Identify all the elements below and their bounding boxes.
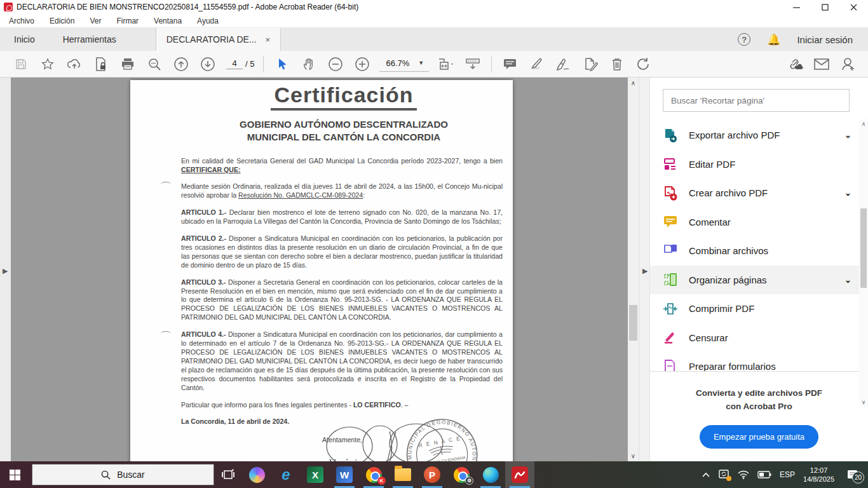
tool-prepare-forms[interactable]: Preparar formularios [650, 352, 868, 371]
fit-width-icon [438, 57, 454, 71]
sidebar-scrollbar[interactable]: ∧ ∨ [859, 119, 868, 407]
taskbar-app-file-explorer[interactable] [388, 461, 417, 488]
comment-button[interactable] [499, 54, 521, 74]
previous-page-button[interactable] [170, 54, 192, 74]
menu-firmar[interactable]: Firmar [116, 17, 139, 25]
file-lock-icon [95, 57, 107, 71]
zoom-out-button[interactable] [325, 54, 346, 74]
share-link-button[interactable] [784, 54, 806, 74]
maximize-button[interactable] [811, 0, 839, 14]
taskbar-app-chrome-profile[interactable]: ⚙ [447, 461, 476, 488]
taskbar-app-internet-explorer[interactable]: e [271, 461, 301, 488]
powerpoint-icon: P [424, 466, 440, 483]
taskbar-app-powerpoint[interactable]: P [417, 461, 447, 488]
zoom-level-dropdown[interactable]: 66.7% ▼ [379, 57, 429, 72]
taskbar-app-acrobat[interactable] [505, 461, 534, 488]
menu-ventana[interactable]: Ventana [154, 17, 182, 25]
menu-ver[interactable]: Ver [90, 17, 101, 25]
task-view-button[interactable] [214, 461, 242, 488]
battery-icon[interactable] [757, 471, 771, 478]
menu-edicion[interactable]: Edición [50, 17, 74, 25]
page-down-icon [200, 57, 215, 72]
save-button[interactable] [10, 54, 32, 74]
share-people-button[interactable] [837, 54, 859, 74]
tool-edit-pdf[interactable]: Editar PDF [650, 150, 868, 179]
taskbar-search[interactable]: Buscar [32, 464, 214, 485]
tool-comment[interactable]: Comentar [650, 208, 868, 237]
start-trial-button[interactable]: Empezar prueba gratuita [700, 425, 818, 449]
menu-ayuda[interactable]: Ayuda [197, 17, 219, 25]
menu-archivo[interactable]: Archivo [9, 17, 34, 25]
tool-compress-pdf[interactable]: Comprimir PDF [650, 294, 868, 323]
scrollbar-thumb[interactable] [629, 305, 637, 341]
close-tab-icon[interactable]: × [266, 35, 271, 44]
tools-sidebar: Exportar archivo PDF ⌄ Editar PDF Crear … [649, 78, 868, 461]
tab-inicio[interactable]: Inicio [0, 28, 49, 51]
acrobat-file-icon [4, 3, 13, 11]
tray-clock[interactable]: 12:07 14/8/2025 [803, 466, 834, 484]
taskbar-app-copilot[interactable] [242, 461, 271, 488]
tab-document[interactable]: DECLARATORIA DE... × [156, 28, 281, 51]
taskbar-app-excel[interactable]: X [301, 461, 330, 488]
page-fit-dropdown[interactable] [435, 54, 457, 74]
tools-search-input[interactable] [663, 89, 850, 112]
next-page-button[interactable] [197, 54, 219, 74]
action-center-button[interactable]: 20 [843, 465, 862, 484]
star-button[interactable] [37, 54, 58, 74]
select-tool-button[interactable] [271, 54, 293, 74]
language-indicator[interactable]: ESP [780, 470, 795, 479]
minimize-button[interactable] [782, 0, 811, 14]
sync-device-icon[interactable] [718, 470, 729, 480]
protect-file-button[interactable] [90, 54, 112, 74]
chevron-down-icon[interactable]: ⌄ [844, 130, 851, 140]
notifications-bell-icon[interactable]: 🔔 [767, 33, 780, 46]
tool-export-pdf[interactable]: Exportar archivo PDF ⌄ [650, 121, 868, 150]
full-width-button[interactable] [462, 54, 484, 74]
document-header: Certificación GOBIERNO AUTÓNOMO DESCENTR… [130, 80, 513, 144]
tool-create-pdf[interactable]: Crear archivo PDF ⌄ [650, 179, 868, 208]
taskbar-app-edge[interactable] [476, 461, 505, 488]
help-icon[interactable]: ? [738, 33, 750, 46]
wifi-icon[interactable] [738, 470, 749, 479]
document-scrollbar[interactable]: ∧ ∨ [628, 78, 639, 461]
link-cloud-icon [787, 57, 803, 71]
hand-tool-button[interactable] [298, 54, 320, 74]
tool-redact[interactable]: Censurar [650, 323, 868, 353]
right-panel-handle[interactable]: ▶ [639, 78, 649, 461]
start-button[interactable] [0, 461, 29, 488]
collapse-right-panel-icon[interactable]: ▶ [642, 267, 648, 275]
close-button[interactable] [839, 0, 868, 14]
tool-organize-pages[interactable]: Organizar páginas ⌄ [650, 266, 868, 295]
email-button[interactable] [811, 54, 832, 74]
scrollbar-thumb[interactable] [860, 208, 867, 288]
scroll-down-icon[interactable]: ∨ [859, 399, 868, 405]
copilot-icon [249, 467, 265, 483]
tool-combine-files[interactable]: Combinar archivos [650, 236, 868, 266]
scroll-up-icon[interactable]: ∧ [628, 79, 639, 86]
send-review-button[interactable] [633, 54, 654, 74]
toolbar-separator [263, 56, 264, 72]
print-button[interactable] [117, 54, 139, 74]
share-cloud-button[interactable] [64, 54, 85, 74]
combine-files-icon [663, 243, 678, 259]
expand-left-panel-icon[interactable]: ▶ [3, 267, 8, 275]
search-document-button[interactable] [144, 54, 165, 74]
scroll-down-icon[interactable]: ∨ [628, 452, 639, 459]
taskbar-app-word[interactable]: W [330, 461, 359, 488]
delete-pages-button[interactable] [606, 54, 628, 74]
highlight-button[interactable] [526, 54, 548, 74]
taskbar-app-chrome-k[interactable]: K [359, 461, 388, 488]
page-number-input[interactable]: 4 [226, 58, 243, 69]
sign-button[interactable] [553, 54, 574, 74]
search-icon [147, 57, 161, 71]
pdf-page: Certificación GOBIERNO AUTÓNOMO DESCENTR… [130, 80, 513, 461]
envelope-icon [814, 58, 829, 70]
tray-expand-icon[interactable] [702, 472, 710, 477]
chevron-down-icon[interactable]: ⌄ [844, 275, 851, 285]
chevron-down-icon[interactable]: ⌄ [844, 188, 851, 198]
sign-in-button[interactable]: Iniciar sesión [797, 34, 853, 45]
tab-herramientas[interactable]: Herramientas [49, 28, 130, 51]
scroll-up-icon[interactable]: ∧ [859, 121, 868, 127]
fill-sign-button[interactable] [580, 54, 601, 74]
zoom-in-button[interactable] [351, 54, 373, 74]
